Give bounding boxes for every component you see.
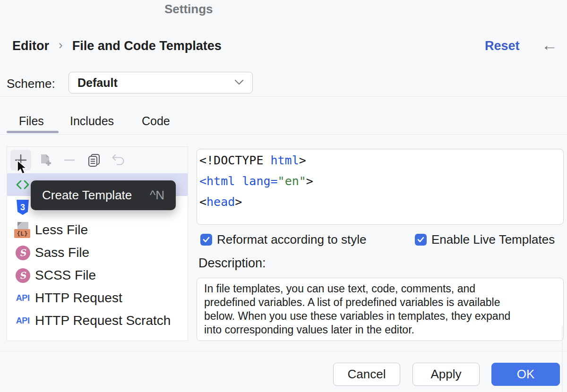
list-item-label: SCSS File [35, 268, 96, 283]
list-item-http-request[interactable]: API HTTP Request [7, 287, 188, 309]
scheme-selected-value: Default [77, 76, 118, 90]
http-request-icon: API [14, 315, 32, 326]
remove-template-icon[interactable] [59, 150, 80, 170]
list-item-less-file[interactable]: {L} Less File [7, 219, 188, 241]
description-label: Description: [198, 256, 266, 271]
tab-files[interactable]: Files [19, 114, 44, 128]
less-file-icon: {L} [14, 222, 32, 239]
reset-template-icon[interactable] [108, 150, 129, 170]
back-arrow-icon[interactable]: ← [541, 36, 558, 54]
create-from-template-icon[interactable] [35, 150, 56, 170]
divider [0, 351, 567, 351]
template-code-editor[interactable]: <!DOCTYPE html> <html lang="en"> <head> [197, 149, 564, 225]
description-box: In file templates, you can use text, cod… [197, 278, 564, 341]
tab-includes[interactable]: Includes [70, 114, 114, 128]
active-tab-underline [7, 131, 59, 133]
copy-template-icon[interactable] [84, 150, 104, 170]
description-text: into corresponding values later in the e… [204, 323, 556, 337]
template-list-panel: 3 {L} Less File S Sass File S SCSS Fil [7, 146, 188, 341]
html-file-icon [14, 180, 32, 189]
reset-link[interactable]: Reset [485, 39, 520, 53]
create-template-tooltip: Create Template ^N [31, 180, 176, 210]
breadcrumb: Editor › File and Code Templates [12, 38, 222, 54]
list-item-label: Less File [35, 222, 88, 238]
list-item-label: Sass File [35, 245, 89, 260]
dialog-edge [562, 326, 563, 392]
list-item-http-request-scratch[interactable]: API HTTP Request Scratch [7, 309, 188, 332]
http-request-icon: API [14, 293, 32, 303]
reformat-checkbox-label[interactable]: Reformat according to style [217, 232, 366, 247]
scheme-dropdown[interactable]: Default [69, 72, 253, 94]
cancel-button[interactable]: Cancel [333, 363, 400, 386]
sass-file-icon: S [14, 246, 32, 260]
chevron-down-icon [234, 78, 244, 87]
css-file-icon: 3 [14, 200, 32, 215]
tooltip-shortcut: ^N [150, 188, 164, 203]
divider [0, 134, 567, 135]
breadcrumb-separator-icon: › [59, 38, 63, 54]
tooltip-label: Create Template [42, 188, 132, 203]
code-line: <html lang="en"> [199, 171, 559, 192]
tab-code[interactable]: Code [142, 114, 170, 128]
breadcrumb-item-current: File and Code Templates [72, 39, 222, 53]
description-text: In file templates, you can use text, cod… [204, 282, 556, 296]
reformat-checkbox[interactable] [200, 234, 212, 246]
code-line: <!DOCTYPE html> [199, 150, 559, 171]
live-templates-option: Enable Live Templates [415, 232, 555, 247]
reformat-option: Reformat according to style [200, 232, 366, 247]
scss-file-icon: S [14, 268, 32, 283]
list-item-sass-file[interactable]: S Sass File [7, 241, 188, 264]
description-text: predefined variables. A list of predefin… [204, 296, 556, 309]
list-item-label: HTTP Request [35, 290, 122, 306]
divider [0, 96, 567, 97]
ok-button[interactable]: OK [491, 363, 560, 386]
list-item-scss-file[interactable]: S SCSS File [7, 264, 188, 287]
apply-button[interactable]: Apply [412, 363, 480, 386]
code-line: <head> [199, 192, 559, 213]
breadcrumb-item-editor[interactable]: Editor [12, 39, 49, 53]
live-templates-checkbox-label[interactable]: Enable Live Templates [431, 232, 555, 247]
mouse-cursor-icon [17, 160, 29, 178]
template-list-toolbar [7, 147, 188, 173]
description-text: below. When you use these variables in t… [204, 309, 556, 323]
settings-dialog: Settings Editor › File and Code Template… [0, 0, 567, 392]
window-title: Settings [164, 2, 213, 17]
list-item-label: HTTP Request Scratch [35, 313, 171, 328]
scheme-label: Scheme: [7, 77, 55, 91]
live-templates-checkbox[interactable] [415, 234, 427, 246]
